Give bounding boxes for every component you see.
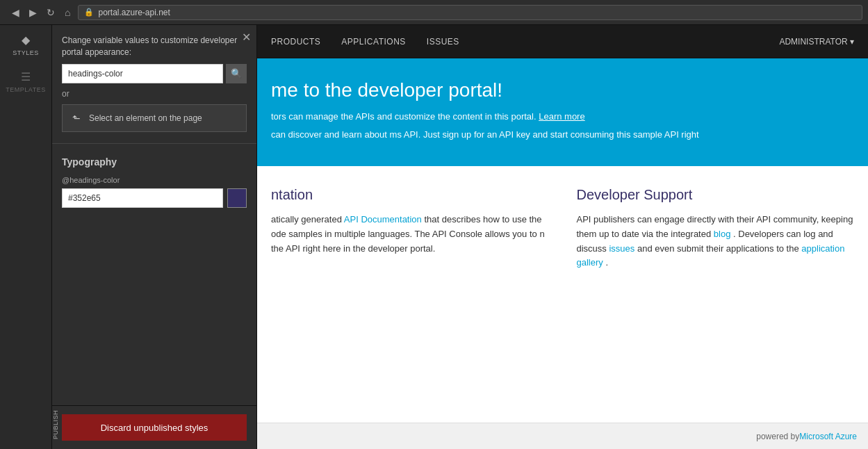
color-input-row [62,188,247,208]
left-sidebar: ◆ STYLES ☰ TEMPLATES [0,25,52,449]
select-element-label: Select an element on the page [89,113,202,123]
panel-header-text: Change variable values to customize deve… [62,35,237,57]
content-col-left: ntation atically generated API Documenta… [271,187,549,402]
hero-text-2: can discover and learn about ms API. Jus… [271,128,840,142]
content-text-right-4: . [605,257,608,268]
styles-panel: ✕ Change variable values to customize de… [52,25,257,449]
content-title-right: Developer Support [577,187,855,203]
close-button[interactable]: ✕ [242,31,251,44]
back-button[interactable]: ◀ [8,6,23,19]
color-variable-label: @headings-color [62,176,247,184]
search-button[interactable]: 🔍 [226,64,247,83]
panel-footer: PUBLISH Discard unpublished styles [52,405,256,449]
nav-item-issues[interactable]: ISSUES [427,37,459,47]
styles-icon: ◆ [22,33,30,47]
main-layout: ◆ STYLES ☰ TEMPLATES ✕ Change variable v… [0,25,868,449]
nav-items: PRODUCTS APPLICATIONS ISSUES [271,37,459,47]
publish-label: PUBLISH [52,410,59,439]
browser-chrome: ◀ ▶ ↻ ⌂ 🔒 portal.azure-api.net [0,0,868,25]
select-element-button[interactable]: ⬑ Select an element on the page [62,104,247,132]
api-doc-link[interactable]: API Documentation [344,214,422,224]
search-input[interactable] [62,64,223,83]
hero-learn-more-link[interactable]: Learn more [539,111,584,122]
or-text: or [52,89,256,104]
sidebar-item-templates[interactable]: ☰ TEMPLATES [6,70,45,93]
nav-item-products[interactable]: PRODUCTS [271,37,320,47]
content-col-right: Developer Support API publishers can eng… [577,187,855,402]
bottom-bar: powered by Microsoft Azure [257,423,868,449]
search-icon: 🔍 [231,68,242,79]
hero-text-content-1: tors can manage the APIs and customize t… [271,111,537,122]
body-content: ntation atically generated API Documenta… [257,166,868,423]
refresh-button[interactable]: ↻ [43,6,58,19]
forward-button[interactable]: ▶ [26,6,40,19]
content-title-left: ntation [271,187,549,203]
main-content: PRODUCTS APPLICATIONS ISSUES ADMINISTRAT… [257,25,868,449]
nav-admin[interactable]: ADMINISTRATOR ▾ [779,37,854,47]
address-bar[interactable]: 🔒 portal.azure-api.net [78,5,862,20]
portal-nav: PRODUCTS APPLICATIONS ISSUES ADMINISTRAT… [257,25,868,58]
templates-icon: ☰ [21,70,31,83]
issues-link[interactable]: issues [609,243,634,254]
home-button[interactable]: ⌂ [61,6,74,19]
content-text-right-3: and even submit their applications to th… [637,243,799,254]
blog-link[interactable]: blog [714,229,731,239]
sidebar-label-styles: STYLES [13,49,39,56]
url-text: portal.azure-api.net [98,8,170,17]
hero-text-1: tors can manage the APIs and customize t… [271,110,840,124]
footer-text: powered by [756,432,799,441]
sidebar-label-templates: TEMPLATES [6,86,45,93]
cursor-icon: ⬑ [69,111,83,125]
nav-item-applications[interactable]: APPLICATIONS [341,37,405,47]
search-row: 🔍 [52,64,256,89]
browser-navigation: ◀ ▶ ↻ ⌂ [8,6,74,19]
sidebar-item-styles[interactable]: ◆ STYLES [13,33,39,56]
hero-section: me to the developer portal! tors can man… [257,58,868,166]
content-text-right: API publishers can engage directly with … [577,213,855,270]
discard-button[interactable]: Discard unpublished styles [62,414,247,441]
color-value-input[interactable] [62,188,223,208]
microsoft-azure-link[interactable]: Microsoft Azure [799,432,857,441]
hero-title: me to the developer portal! [271,79,840,101]
panel-divider [52,143,256,144]
content-text-left-1: atically generated [271,214,342,224]
typography-section: Typography @headings-color [52,147,256,218]
content-text-left: atically generated API Documentation tha… [271,213,549,256]
lock-icon: 🔒 [84,8,94,17]
typography-title: Typography [62,156,247,168]
color-swatch[interactable] [227,188,247,208]
panel-header: Change variable values to customize deve… [52,25,256,64]
